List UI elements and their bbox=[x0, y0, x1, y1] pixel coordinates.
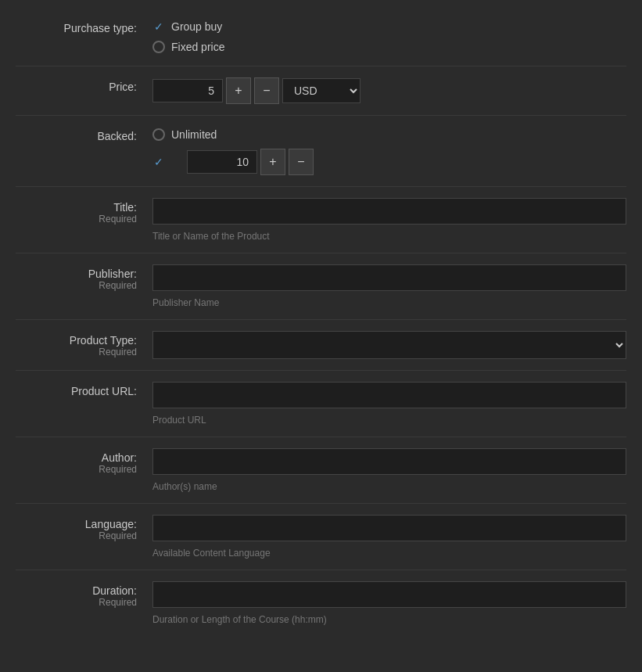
product-url-row: Product URL: Product URL bbox=[16, 371, 626, 437]
backed-number-row: ✓ + − bbox=[152, 149, 626, 175]
form-container: Purchase type: ✓ Group buy Fixed price P… bbox=[0, 0, 642, 644]
backed-field-col: Unlimited ✓ + − bbox=[152, 127, 626, 175]
currency-select[interactable]: USD EUR GBP bbox=[282, 78, 360, 103]
purchase-type-label: Purchase type: bbox=[16, 22, 137, 34]
author-label: Author: bbox=[16, 451, 137, 464]
price-input-group: + − USD EUR GBP bbox=[152, 77, 626, 104]
author-row: Author: Required Author(s) name bbox=[16, 437, 626, 504]
backed-decrement-button[interactable]: − bbox=[289, 149, 314, 175]
title-row: Title: Required Title or Name of the Pro… bbox=[16, 187, 626, 253]
fixed-price-label: Fixed price bbox=[171, 41, 224, 53]
price-input[interactable] bbox=[152, 79, 223, 102]
author-required-label: Required bbox=[16, 464, 137, 475]
author-field-col: Author(s) name bbox=[152, 448, 626, 492]
author-hint: Author(s) name bbox=[152, 481, 626, 492]
language-row: Language: Required Available Content Lan… bbox=[16, 504, 626, 570]
duration-row: Duration: Required Duration or Length of… bbox=[16, 570, 626, 636]
price-decrement-button[interactable]: − bbox=[254, 77, 279, 104]
price-increment-button[interactable]: + bbox=[226, 77, 251, 104]
duration-label-col: Duration: Required bbox=[16, 581, 152, 608]
product-type-row: Product Type: Required bbox=[16, 320, 626, 371]
product-type-field-col bbox=[152, 331, 626, 359]
unlimited-option[interactable]: Unlimited bbox=[152, 127, 626, 142]
publisher-required-label: Required bbox=[16, 280, 137, 291]
price-label-col: Price: bbox=[16, 77, 152, 93]
unlimited-label: Unlimited bbox=[171, 128, 217, 141]
price-row: Price: + − USD EUR GBP bbox=[16, 66, 626, 116]
language-hint: Available Content Language bbox=[152, 548, 626, 559]
title-required-label: Required bbox=[16, 214, 137, 225]
backed-increment-button[interactable]: + bbox=[260, 149, 285, 175]
title-field-col: Title or Name of the Product bbox=[152, 198, 626, 242]
product-url-field-col: Product URL bbox=[152, 382, 626, 426]
language-input[interactable] bbox=[152, 515, 626, 541]
duration-hint: Duration or Length of the Course (hh:mm) bbox=[152, 614, 626, 625]
duration-required-label: Required bbox=[16, 597, 137, 608]
language-field-col: Available Content Language bbox=[152, 515, 626, 559]
purchase-type-row: Purchase type: ✓ Group buy Fixed price bbox=[16, 8, 626, 66]
fixed-price-option[interactable]: Fixed price bbox=[152, 39, 626, 55]
price-label: Price: bbox=[16, 81, 137, 93]
product-url-label: Product URL: bbox=[16, 385, 137, 397]
duration-field-col: Duration or Length of the Course (hh:mm) bbox=[152, 581, 626, 625]
group-buy-checkmark-icon: ✓ bbox=[152, 20, 165, 33]
product-type-label: Product Type: bbox=[16, 334, 137, 347]
backed-number-group: + − bbox=[168, 149, 314, 175]
language-required-label: Required bbox=[16, 530, 137, 541]
unlimited-radio-icon bbox=[152, 128, 165, 141]
price-field-col: + − USD EUR GBP bbox=[152, 77, 626, 104]
group-buy-option[interactable]: ✓ Group buy bbox=[152, 19, 626, 34]
publisher-input[interactable] bbox=[152, 264, 626, 291]
backed-row: Backed: Unlimited ✓ + − bbox=[16, 116, 626, 187]
backed-label: Backed: bbox=[16, 130, 137, 142]
product-url-label-col: Product URL: bbox=[16, 382, 152, 397]
duration-input[interactable] bbox=[152, 581, 626, 608]
product-url-hint: Product URL bbox=[152, 415, 626, 426]
language-label: Language: bbox=[16, 518, 137, 530]
purchase-type-label-col: Purchase type: bbox=[16, 19, 152, 34]
publisher-field-col: Publisher Name bbox=[152, 264, 626, 308]
backed-input[interactable] bbox=[187, 150, 257, 174]
author-label-col: Author: Required bbox=[16, 448, 152, 475]
product-type-required-label: Required bbox=[16, 347, 137, 358]
title-label-col: Title: Required bbox=[16, 198, 152, 225]
title-label: Title: bbox=[16, 201, 137, 214]
language-label-col: Language: Required bbox=[16, 515, 152, 541]
group-buy-label: Group buy bbox=[171, 20, 222, 33]
product-type-label-col: Product Type: Required bbox=[16, 331, 152, 358]
title-input[interactable] bbox=[152, 198, 626, 225]
publisher-hint: Publisher Name bbox=[152, 297, 626, 308]
purchase-type-field-col: ✓ Group buy Fixed price bbox=[152, 19, 626, 55]
backed-checkmark-icon: ✓ bbox=[152, 156, 165, 168]
publisher-label-col: Publisher: Required bbox=[16, 264, 152, 291]
backed-label-col: Backed: bbox=[16, 127, 152, 142]
product-type-select[interactable] bbox=[152, 331, 626, 359]
publisher-label: Publisher: bbox=[16, 268, 137, 280]
author-input[interactable] bbox=[152, 448, 626, 475]
title-hint: Title or Name of the Product bbox=[152, 231, 626, 242]
duration-label: Duration: bbox=[16, 584, 137, 597]
product-url-input[interactable] bbox=[152, 382, 626, 408]
publisher-row: Publisher: Required Publisher Name bbox=[16, 253, 626, 320]
fixed-price-radio-icon bbox=[152, 41, 165, 53]
backed-options: Unlimited ✓ + − bbox=[152, 127, 626, 175]
